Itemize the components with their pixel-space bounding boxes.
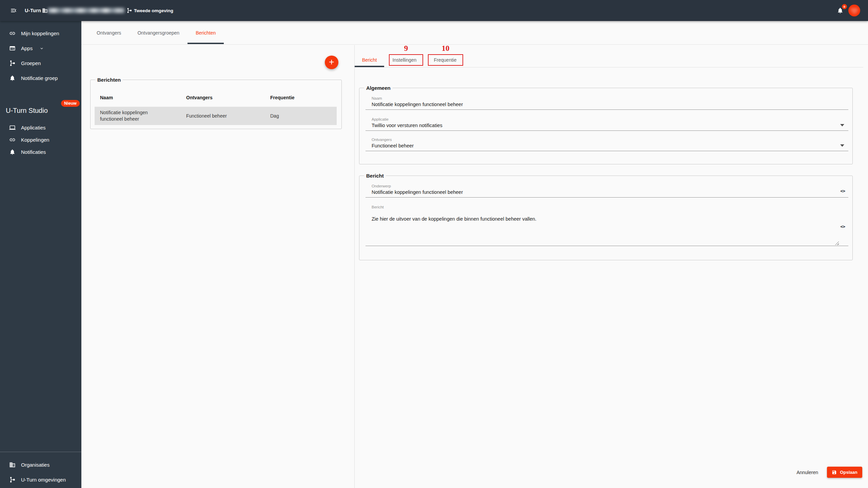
link-icon [9, 30, 16, 37]
ontvangers-value: Functioneel beheer [366, 143, 848, 149]
code-icon[interactable]: <> [840, 224, 845, 229]
bell-icon [9, 75, 16, 81]
save-button[interactable]: Opslaan [827, 467, 862, 478]
organization-name-blurred [48, 8, 124, 13]
panel-divider [354, 45, 355, 488]
sidebar-item-label: Mijn koppelingen [21, 30, 59, 36]
cell-naam: Notificatie koppelingen functioneel behe… [100, 109, 186, 122]
sidebar-item-label: Applicaties [21, 125, 46, 130]
cancel-button[interactable]: Annuleren [794, 470, 820, 475]
hierarchy-icon [9, 60, 16, 66]
top-bar: U-Turn Tweede omgeving 0 [0, 0, 868, 21]
studio-title: U-Turn Studio [6, 107, 48, 115]
sidebar-item-label: Organisaties [21, 462, 50, 468]
sidebar-item-organisaties[interactable]: Organisaties [0, 457, 81, 472]
column-header-ontvangers: Ontvangers [186, 95, 270, 100]
app-root: U-Turn Tweede omgeving 0 Mijn koppelinge… [0, 0, 868, 488]
sidebar-bottom-nav: Organisaties U-Turn omgevingen [0, 452, 81, 487]
ontvangers-select[interactable]: Ontvangers Functioneel beheer [366, 138, 848, 151]
main-tab-bar: Ontvangers Ontvangersgroepen Berichten [81, 21, 868, 45]
sidebar: Mijn koppelingen Apps Groepen Notificati… [0, 21, 81, 488]
sidebar-item-mijn-koppelingen[interactable]: Mijn koppelingen [0, 26, 81, 41]
dropdown-arrow-icon [840, 124, 844, 126]
bericht-legend: Bericht [364, 172, 386, 179]
naam-input[interactable] [366, 102, 845, 107]
algemeen-fieldset: Algemeen Naam Applicatie Twillio voor ve… [359, 88, 853, 164]
cell-ontvangers: Functioneel beheer [186, 113, 270, 119]
algemeen-legend: Algemeen [364, 85, 393, 91]
form-actions: Annuleren Opslaan [794, 467, 862, 478]
tab-ontvangers[interactable]: Ontvangers [88, 21, 129, 44]
tab-instellingen[interactable]: Instellingen [384, 53, 425, 67]
onderwerp-label: Onderwerp [366, 184, 848, 188]
column-header-frequentie: Frequentie [270, 95, 338, 100]
onderwerp-field: Onderwerp <> [366, 184, 848, 198]
save-button-label: Opslaan [840, 470, 857, 475]
sidebar-item-label: Koppelingen [21, 137, 49, 143]
sidebar-main-nav: Mijn koppelingen Apps Groepen Notificati… [0, 26, 81, 85]
code-icon[interactable]: <> [840, 188, 845, 194]
bell-icon [9, 149, 16, 155]
table-header-row: Naam Ontvangers Frequentie [100, 95, 338, 100]
dropdown-arrow-icon [840, 144, 844, 147]
column-header-naam: Naam [100, 95, 186, 100]
studio-section-header: U-Turn Studio Nieuw [0, 102, 81, 119]
sidebar-item-label: U-Turn omgevingen [21, 477, 66, 483]
building-icon [9, 462, 16, 468]
bericht-body-label: Bericht [366, 205, 848, 209]
sidebar-item-uturn-omgevingen[interactable]: U-Turn omgevingen [0, 472, 81, 487]
apps-icon [9, 45, 16, 52]
sidebar-item-notificaties[interactable]: Notificaties [0, 146, 81, 158]
sidebar-item-apps[interactable]: Apps [0, 41, 81, 56]
add-bericht-button[interactable]: + [325, 56, 338, 69]
naam-field: Naam [366, 96, 848, 110]
link-icon [9, 137, 16, 143]
sidebar-item-label: Notificatie groep [21, 75, 58, 81]
nieuw-badge: Nieuw [61, 100, 80, 107]
naam-label: Naam [366, 96, 848, 101]
chevron-down-icon [39, 46, 44, 51]
sidebar-studio-nav: Applicaties Koppelingen Notificaties [0, 121, 81, 158]
sidebar-item-koppelingen[interactable]: Koppelingen [0, 134, 81, 146]
annotation-number-9: 9 [389, 44, 423, 53]
table-row-selected[interactable]: Notificatie koppelingen functioneel behe… [95, 107, 337, 125]
app-title: U-Turn [25, 8, 41, 13]
sidebar-item-notificatie-groep[interactable]: Notificatie groep [0, 70, 81, 85]
tab-frequentie[interactable]: Frequentie [425, 53, 466, 67]
detail-tab-bar: Bericht Instellingen Frequentie [355, 53, 863, 67]
applicatie-label: Applicatie [366, 117, 848, 122]
tab-bericht[interactable]: Bericht [355, 53, 384, 67]
building-icon [42, 8, 48, 14]
tab-ontvangersgroepen[interactable]: Ontvangersgroepen [129, 21, 188, 44]
bericht-body-textarea[interactable]: Zie hier de uitvoer van de koppelingen d… [372, 216, 848, 244]
menu-open-icon[interactable] [10, 7, 17, 14]
onderwerp-input[interactable] [366, 189, 845, 195]
berichten-list-fieldset: Berichten Naam Ontvangers Frequentie Not… [90, 80, 342, 129]
hierarchy-icon [9, 476, 16, 483]
tab-berichten[interactable]: Berichten [188, 21, 224, 44]
sidebar-item-label: Groepen [21, 60, 41, 66]
bericht-fieldset: Bericht Onderwerp <> Bericht Zie hier de… [359, 176, 853, 260]
notification-count-badge: 0 [842, 4, 847, 9]
sidebar-item-label: Notificaties [21, 149, 46, 155]
applicatie-select[interactable]: Applicatie Twillio voor versturen notifi… [366, 117, 848, 131]
berichten-list-legend: Berichten [95, 77, 123, 83]
environment-label: Tweede omgeving [134, 8, 173, 13]
applicatie-value: Twillio voor versturen notificaties [366, 123, 848, 128]
bericht-body-field: Bericht Zie hier de uitvoer van de koppe… [366, 205, 848, 246]
user-avatar[interactable] [848, 5, 860, 17]
laptop-icon [9, 124, 16, 131]
sidebar-item-applicaties[interactable]: Applicaties [0, 121, 81, 134]
cell-frequentie: Dag [270, 113, 337, 119]
annotation-number-10: 10 [428, 44, 463, 53]
ontvangers-label: Ontvangers [366, 138, 848, 142]
sidebar-item-label: Apps [21, 45, 33, 51]
environment-icon [126, 8, 132, 14]
sidebar-item-groepen[interactable]: Groepen [0, 56, 81, 70]
save-icon [832, 470, 837, 475]
